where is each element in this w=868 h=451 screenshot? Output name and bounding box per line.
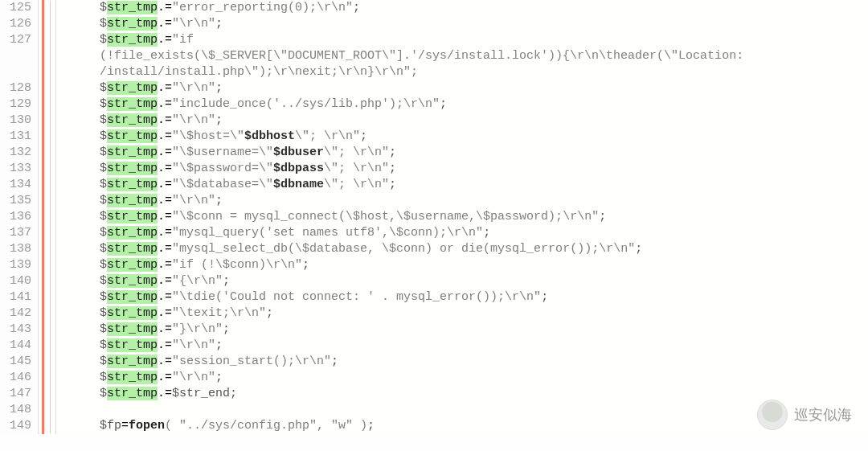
- watermark-avatar-icon: [757, 400, 788, 430]
- line-number-gutter: 1251261271281291301311321331341351361371…: [0, 0, 39, 434]
- line-number: 135: [0, 193, 31, 209]
- code-line: $fp=fopen( "../sys/config.php", "w" );: [56, 418, 868, 434]
- code-line: $str_tmp.="error_reporting(0);\r\n";: [56, 0, 868, 16]
- line-number: [0, 48, 31, 64]
- line-number: 142: [0, 305, 31, 322]
- code-line: $str_tmp.="\r\n";: [56, 113, 868, 129]
- line-number: 149: [0, 418, 31, 434]
- line-number: 127: [0, 32, 31, 48]
- line-number: 138: [0, 241, 31, 257]
- watermark: 巡安似海: [757, 400, 852, 430]
- code-area[interactable]: $str_tmp.="error_reporting(0);\r\n";$str…: [56, 0, 868, 434]
- line-number: 128: [0, 80, 31, 96]
- code-line: $str_tmp.="{\r\n";: [56, 273, 868, 289]
- fold-line: [50, 1, 51, 433]
- code-line: $str_tmp.="}\r\n";: [56, 322, 868, 338]
- code-line: $str_tmp.="include_once('../sys/lib.php'…: [56, 96, 868, 113]
- code-line: $str_tmp.="mysql_select_db(\$database, \…: [56, 241, 868, 257]
- line-number: 147: [0, 386, 31, 402]
- code-line: $str_tmp.=$str_end;: [56, 386, 868, 402]
- code-line: $str_tmp.="\texit;\r\n";: [56, 305, 868, 322]
- code-line: $str_tmp.="\r\n";: [56, 193, 868, 209]
- code-line: $str_tmp.="\r\n";: [56, 370, 868, 386]
- code-line: $str_tmp.="\$host=\"$dbhost\"; \r\n";: [56, 129, 868, 145]
- code-line: /install/install.php\");\r\nexit;\r\n}\r…: [56, 64, 868, 80]
- code-line: $str_tmp.="session_start();\r\n";: [56, 354, 868, 370]
- line-number: 130: [0, 113, 31, 129]
- code-line: $str_tmp.="\r\n";: [56, 80, 868, 96]
- line-number: 125: [0, 0, 31, 16]
- code-editor: 1251261271281291301311321331341351361371…: [0, 0, 868, 434]
- code-line: $str_tmp.="\$username=\"$dbuser\"; \r\n"…: [56, 145, 868, 161]
- code-line: [56, 402, 868, 418]
- line-number: 141: [0, 289, 31, 305]
- line-number: 143: [0, 322, 31, 338]
- line-number: 145: [0, 354, 31, 370]
- line-number: 139: [0, 257, 31, 273]
- modified-marker: [42, 0, 44, 434]
- line-number: 136: [0, 209, 31, 225]
- line-number: 133: [0, 161, 31, 177]
- line-number: 144: [0, 338, 31, 354]
- code-line: $str_tmp.="\$database=\"$dbname\"; \r\n"…: [56, 177, 868, 193]
- code-line: $str_tmp.="\$password=\"$dbpass\"; \r\n"…: [56, 161, 868, 177]
- line-number: 146: [0, 370, 31, 386]
- code-line: $str_tmp.="if: [56, 32, 868, 48]
- line-number: 126: [0, 16, 31, 32]
- code-line: $str_tmp.="\tdie('Could not connect: ' .…: [56, 289, 868, 305]
- code-line: $str_tmp.="\r\n";: [56, 338, 868, 354]
- line-number: 137: [0, 225, 31, 241]
- line-number: [0, 64, 31, 80]
- line-number: 148: [0, 402, 31, 418]
- code-line: $str_tmp.="if (!\$conn)\r\n";: [56, 257, 868, 273]
- watermark-text: 巡安似海: [794, 407, 852, 423]
- code-line: $str_tmp.="\r\n";: [56, 16, 868, 32]
- code-line: (!file_exists(\$_SERVER[\"DOCUMENT_ROOT\…: [56, 48, 868, 64]
- line-number: 129: [0, 96, 31, 113]
- fold-bar: [39, 0, 56, 434]
- line-number: 131: [0, 129, 31, 145]
- line-number: 140: [0, 273, 31, 289]
- line-number: 134: [0, 177, 31, 193]
- line-number: 132: [0, 145, 31, 161]
- code-line: $str_tmp.="\$conn = mysql_connect(\$host…: [56, 209, 868, 225]
- code-line: $str_tmp.="mysql_query('set names utf8',…: [56, 225, 868, 241]
